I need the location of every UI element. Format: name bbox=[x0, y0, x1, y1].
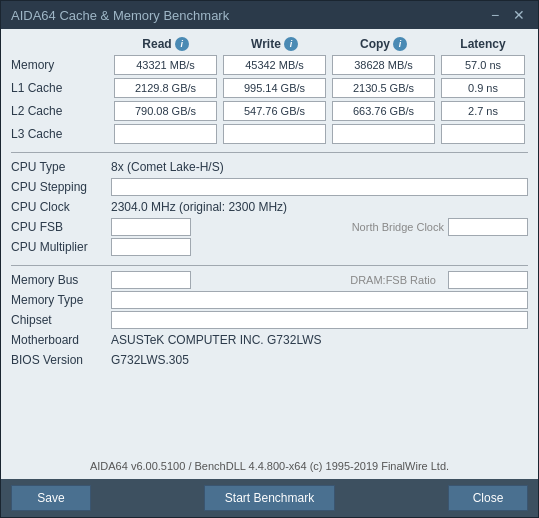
read-input-2[interactable] bbox=[114, 101, 217, 121]
cpu-stepping-row: CPU Stepping bbox=[11, 178, 528, 196]
latency-input-0[interactable] bbox=[441, 55, 525, 75]
read-cell-3 bbox=[114, 124, 217, 144]
minimize-button[interactable]: − bbox=[486, 7, 504, 23]
write-input-1[interactable] bbox=[223, 78, 326, 98]
copy-cell-3 bbox=[332, 124, 435, 144]
chipset-row: Chipset bbox=[11, 311, 528, 329]
row-label-2: L2 Cache bbox=[11, 104, 111, 118]
dram-fsb-label: DRAM:FSB Ratio bbox=[338, 274, 448, 286]
bios-label: BIOS Version bbox=[11, 353, 111, 367]
latency-input-2[interactable] bbox=[441, 101, 525, 121]
read-cell-1 bbox=[114, 78, 217, 98]
window-title: AIDA64 Cache & Memory Benchmark bbox=[11, 8, 229, 23]
memory-type-row: Memory Type bbox=[11, 291, 528, 309]
latency-input-3[interactable] bbox=[441, 124, 525, 144]
memory-info-section: Memory Bus DRAM:FSB Ratio Memory Type Ch… bbox=[11, 271, 528, 369]
write-cell-1 bbox=[223, 78, 326, 98]
read-info-icon[interactable]: i bbox=[175, 37, 189, 51]
read-column-header: Read i bbox=[111, 37, 220, 51]
dram-fsb-input[interactable] bbox=[448, 271, 528, 289]
chipset-label: Chipset bbox=[11, 313, 111, 327]
divider-2 bbox=[11, 265, 528, 266]
start-benchmark-button[interactable]: Start Benchmark bbox=[204, 485, 335, 511]
column-headers: Read i Write i Copy i Latency bbox=[11, 37, 528, 51]
latency-cell-2 bbox=[441, 101, 525, 121]
cpu-stepping-label: CPU Stepping bbox=[11, 180, 111, 194]
table-row: L1 Cache bbox=[11, 78, 528, 98]
memory-type-input[interactable] bbox=[111, 291, 528, 309]
close-bottom-button[interactable]: Close bbox=[448, 485, 528, 511]
memory-bus-input[interactable] bbox=[111, 271, 191, 289]
cpu-stepping-input[interactable] bbox=[111, 178, 528, 196]
row-label-1: L1 Cache bbox=[11, 81, 111, 95]
table-row: L3 Cache bbox=[11, 124, 528, 144]
latency-cell-0 bbox=[441, 55, 525, 75]
copy-input-3[interactable] bbox=[332, 124, 435, 144]
row-label-3: L3 Cache bbox=[11, 127, 111, 141]
main-window: AIDA64 Cache & Memory Benchmark − ✕ Read… bbox=[0, 0, 539, 518]
cpu-clock-label: CPU Clock bbox=[11, 200, 111, 214]
memory-type-label: Memory Type bbox=[11, 293, 111, 307]
cpu-fsb-input[interactable] bbox=[111, 218, 191, 236]
close-button[interactable]: ✕ bbox=[510, 7, 528, 23]
cpu-type-label: CPU Type bbox=[11, 160, 111, 174]
bottom-bar: Save Start Benchmark Close bbox=[1, 479, 538, 517]
write-cell-3 bbox=[223, 124, 326, 144]
cpu-multiplier-label: CPU Multiplier bbox=[11, 240, 111, 254]
table-row: L2 Cache bbox=[11, 101, 528, 121]
benchmark-rows: Memory L1 Cache L2 Cache bbox=[11, 55, 528, 147]
cpu-info-section: CPU Type 8x (Comet Lake-H/S) CPU Steppin… bbox=[11, 158, 528, 256]
write-cell-0 bbox=[223, 55, 326, 75]
table-row: Memory bbox=[11, 55, 528, 75]
copy-column-header: Copy i bbox=[329, 37, 438, 51]
latency-cell-1 bbox=[441, 78, 525, 98]
write-info-icon[interactable]: i bbox=[284, 37, 298, 51]
nb-clock-input[interactable] bbox=[448, 218, 528, 236]
write-input-0[interactable] bbox=[223, 55, 326, 75]
memory-bus-label: Memory Bus bbox=[11, 273, 111, 287]
latency-input-1[interactable] bbox=[441, 78, 525, 98]
bios-row: BIOS Version G732LWS.305 bbox=[11, 351, 528, 369]
read-cell-0 bbox=[114, 55, 217, 75]
copy-input-2[interactable] bbox=[332, 101, 435, 121]
nb-clock-label: North Bridge Clock bbox=[338, 221, 448, 233]
cpu-clock-value: 2304.0 MHz (original: 2300 MHz) bbox=[111, 200, 528, 214]
write-column-header: Write i bbox=[220, 37, 329, 51]
read-input-3[interactable] bbox=[114, 124, 217, 144]
write-cell-2 bbox=[223, 101, 326, 121]
motherboard-row: Motherboard ASUSTeK COMPUTER INC. G732LW… bbox=[11, 331, 528, 349]
row-label-0: Memory bbox=[11, 58, 111, 72]
content-area: Read i Write i Copy i Latency Memory bbox=[1, 29, 538, 479]
memory-bus-row: Memory Bus DRAM:FSB Ratio bbox=[11, 271, 528, 289]
title-bar-buttons: − ✕ bbox=[486, 7, 528, 23]
cpu-multiplier-input[interactable] bbox=[111, 238, 191, 256]
save-button[interactable]: Save bbox=[11, 485, 91, 511]
copy-cell-0 bbox=[332, 55, 435, 75]
motherboard-label: Motherboard bbox=[11, 333, 111, 347]
chipset-input[interactable] bbox=[111, 311, 528, 329]
cpu-type-value: 8x (Comet Lake-H/S) bbox=[111, 160, 528, 174]
copy-cell-1 bbox=[332, 78, 435, 98]
title-bar: AIDA64 Cache & Memory Benchmark − ✕ bbox=[1, 1, 538, 29]
write-input-2[interactable] bbox=[223, 101, 326, 121]
divider-1 bbox=[11, 152, 528, 153]
bios-value: G732LWS.305 bbox=[111, 353, 528, 367]
motherboard-value: ASUSTeK COMPUTER INC. G732LWS bbox=[111, 333, 528, 347]
copy-input-1[interactable] bbox=[332, 78, 435, 98]
read-input-1[interactable] bbox=[114, 78, 217, 98]
read-cell-2 bbox=[114, 101, 217, 121]
cpu-clock-row: CPU Clock 2304.0 MHz (original: 2300 MHz… bbox=[11, 198, 528, 216]
footer-text: AIDA64 v6.00.5100 / BenchDLL 4.4.800-x64… bbox=[11, 457, 528, 475]
cpu-type-row: CPU Type 8x (Comet Lake-H/S) bbox=[11, 158, 528, 176]
write-input-3[interactable] bbox=[223, 124, 326, 144]
latency-cell-3 bbox=[441, 124, 525, 144]
read-input-0[interactable] bbox=[114, 55, 217, 75]
copy-input-0[interactable] bbox=[332, 55, 435, 75]
copy-info-icon[interactable]: i bbox=[393, 37, 407, 51]
cpu-multiplier-row: CPU Multiplier bbox=[11, 238, 528, 256]
copy-cell-2 bbox=[332, 101, 435, 121]
cpu-fsb-row: CPU FSB North Bridge Clock bbox=[11, 218, 528, 236]
latency-column-header: Latency bbox=[438, 37, 528, 51]
cpu-fsb-label: CPU FSB bbox=[11, 220, 111, 234]
